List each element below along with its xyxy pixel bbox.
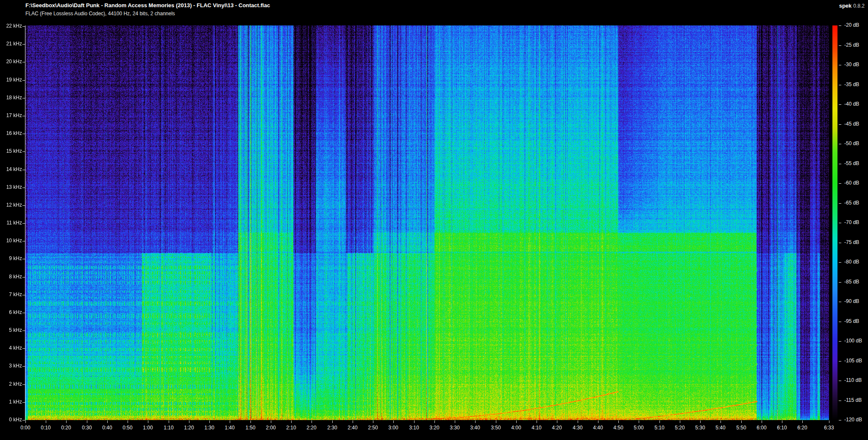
axis-tick [373, 420, 373, 423]
axis-tick [839, 282, 841, 283]
time-label: 6:10 [772, 425, 792, 431]
app-version-number: 0.8.2 [853, 3, 865, 9]
axis-tick [475, 420, 476, 423]
freq-label: 14 kHz [1, 166, 22, 172]
axis-tick [455, 420, 455, 423]
time-label: 3:20 [424, 425, 445, 431]
axis-tick [250, 420, 251, 423]
freq-label: 1 kHz [1, 399, 22, 405]
axis-tick [22, 170, 25, 170]
axis-tick [618, 420, 619, 423]
time-label: 4:10 [526, 425, 547, 431]
axis-tick [66, 420, 67, 423]
time-label: 4:20 [547, 425, 567, 431]
time-label: 2:30 [322, 425, 342, 431]
axis-tick [839, 341, 841, 342]
axis-tick [434, 420, 435, 423]
db-label: -70 dB [844, 219, 859, 225]
time-label: 4:40 [588, 425, 608, 431]
time-label: 1:40 [220, 425, 240, 431]
axis-tick [839, 85, 841, 85]
axis-tick [839, 223, 841, 223]
axis-tick [107, 420, 108, 423]
axis-tick [128, 420, 128, 423]
axis-tick [22, 384, 25, 385]
app-name: spek [839, 3, 852, 9]
colorbar [832, 25, 837, 420]
db-label: -20 dB [844, 22, 859, 28]
axis-tick [839, 401, 841, 401]
freq-label: 21 kHz [1, 41, 22, 47]
freq-label: 22 kHz [1, 23, 22, 29]
freq-label: 20 kHz [1, 59, 22, 64]
time-label: 5:00 [629, 425, 649, 431]
axis-tick [22, 26, 25, 27]
freq-label: 3 kHz [1, 363, 22, 369]
db-label: -80 dB [844, 259, 859, 265]
axis-tick [839, 262, 841, 263]
axis-tick [22, 134, 25, 134]
axis-tick [22, 44, 25, 45]
time-label: 1:00 [138, 425, 158, 431]
axis-tick [22, 151, 25, 152]
axis-tick [22, 62, 25, 62]
axis-tick [802, 420, 803, 423]
time-label: 2:10 [281, 425, 301, 431]
time-label: 2:50 [363, 425, 383, 431]
freq-label: 6 kHz [1, 309, 22, 315]
time-label: 5:10 [649, 425, 670, 431]
axis-tick [762, 420, 762, 423]
axis-tick [22, 331, 25, 331]
db-label: -35 dB [844, 81, 859, 87]
axis-tick [839, 243, 841, 243]
axis-tick [839, 25, 841, 26]
time-label: 2:00 [261, 425, 281, 431]
db-label: -90 dB [844, 298, 859, 304]
time-label: 1:20 [179, 425, 199, 431]
axis-tick [839, 203, 841, 204]
db-label: -85 dB [844, 279, 859, 285]
axis-tick [22, 205, 25, 206]
db-label: -60 dB [844, 180, 859, 186]
time-label: 0:40 [97, 425, 117, 431]
freq-label: 8 kHz [1, 274, 22, 280]
axis-tick [148, 420, 148, 423]
axis-tick [393, 420, 394, 423]
axis-tick [578, 420, 578, 423]
axis-tick [22, 366, 25, 367]
db-label: -120 dB [844, 417, 862, 423]
db-label: -50 dB [844, 140, 859, 146]
db-label: -55 dB [844, 160, 859, 166]
spectrogram-canvas [25, 25, 829, 420]
time-label: 5:40 [710, 425, 731, 431]
time-label: 0:10 [36, 425, 56, 431]
db-label: -110 dB [844, 377, 862, 383]
db-label: -95 dB [844, 318, 859, 324]
axis-tick [839, 322, 841, 322]
axis-tick [22, 295, 25, 295]
axis-tick [46, 420, 46, 423]
db-label: -45 dB [844, 121, 859, 127]
freq-label: 10 kHz [1, 238, 22, 244]
time-label: 4:50 [608, 425, 629, 431]
time-label: 5:50 [731, 425, 751, 431]
axis-tick [839, 361, 841, 362]
axis-tick [22, 223, 25, 224]
time-label: 3:30 [445, 425, 465, 431]
time-label: 3:10 [404, 425, 424, 431]
audio-info: FLAC (Free Lossless Audio Codec), 44100 … [25, 11, 175, 17]
axis-tick [22, 402, 25, 403]
freq-label: 7 kHz [1, 291, 22, 297]
axis-tick [22, 348, 25, 349]
axis-tick [22, 80, 25, 81]
file-path-title: F:\Seedbox\Audio\Daft Punk - Random Acce… [25, 2, 270, 8]
axis-tick [537, 420, 537, 423]
time-label: 6:33 [819, 425, 839, 431]
axis-tick [22, 277, 25, 277]
db-label: -40 dB [844, 101, 859, 107]
axis-tick [839, 420, 841, 420]
axis-tick [680, 420, 680, 423]
axis-tick [353, 420, 353, 423]
time-label: 3:40 [465, 425, 485, 431]
time-label: 2:20 [301, 425, 322, 431]
